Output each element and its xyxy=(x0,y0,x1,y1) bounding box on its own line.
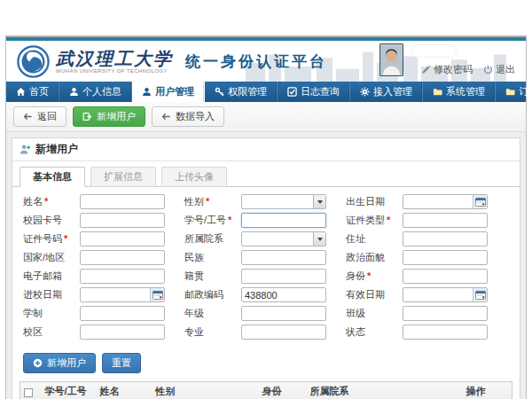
field-email-label: 电子邮箱 xyxy=(23,270,80,283)
political-status-input[interactable] xyxy=(403,250,488,265)
gender-dropdown-button[interactable] xyxy=(313,195,325,208)
checkbox-cell xyxy=(20,382,42,399)
tab-upload-avatar[interactable]: 上传头像 xyxy=(161,167,227,187)
col-name: 姓名 xyxy=(97,382,153,399)
university-name-cn: 武汉理工大学 xyxy=(56,50,173,67)
field-student-staff-id-label: 学号/工号* xyxy=(184,214,241,227)
nav-tab-home[interactable]: 首页 xyxy=(6,82,59,102)
campus-input[interactable] xyxy=(80,325,165,340)
col-gender: 性别 xyxy=(153,382,259,399)
field-birth-date-label: 出生日期 xyxy=(346,195,403,208)
change-password-link[interactable]: 修改密码 xyxy=(421,63,473,76)
field-country-region-label: 国家/地区 xyxy=(23,251,80,264)
field-id-type-label: 证件类型* xyxy=(346,214,403,227)
col-operations: 操作 xyxy=(463,382,512,399)
field-department-label: 所属院系 xyxy=(184,232,241,246)
id-number-input[interactable] xyxy=(80,231,165,246)
submit-add-user-button[interactable]: 新增用户 xyxy=(23,353,96,373)
field-valid-date: 有效日期 xyxy=(346,287,488,302)
field-name: 姓名* xyxy=(23,194,165,209)
name-input[interactable] xyxy=(80,194,165,209)
nav-tab-log-query[interactable]: 日志查询 xyxy=(278,82,350,102)
field-campus: 校区 xyxy=(23,325,165,340)
data-import-button[interactable]: 数据导入 xyxy=(152,106,224,127)
education-length-input[interactable] xyxy=(80,306,165,321)
identity-input[interactable] xyxy=(403,269,488,284)
status-input[interactable] xyxy=(403,325,488,340)
person-plus-icon xyxy=(20,144,31,155)
logout-link[interactable]: 退出 xyxy=(483,63,515,76)
field-email: 电子邮箱 xyxy=(23,269,165,284)
add-user-panel: 新增用户 基本信息 扩展信息 上传头像 姓名* 性别* 出生日期 xyxy=(12,137,520,399)
nav-tab-personal-info[interactable]: 个人信息 xyxy=(59,82,132,102)
grade-input[interactable] xyxy=(241,306,326,321)
student-staff-id-input[interactable] xyxy=(241,213,326,228)
field-address: 住址 xyxy=(346,231,488,246)
field-id-number-label: 证件号码* xyxy=(23,232,80,246)
field-valid-date-label: 有效日期 xyxy=(346,288,403,301)
chevron-down-icon xyxy=(317,200,323,204)
tab-extended-info[interactable]: 扩展信息 xyxy=(90,167,156,187)
folder-icon xyxy=(505,87,515,97)
field-identity: 身份* xyxy=(346,269,488,284)
nav-tab-user-management[interactable]: 用户管理 xyxy=(132,82,205,102)
field-campus-label: 校区 xyxy=(23,325,80,339)
postal-code-input[interactable] xyxy=(241,287,326,302)
valid-date-calendar-button[interactable] xyxy=(473,288,487,301)
field-country-region: 国家/地区 xyxy=(23,250,165,265)
campus-card-no-input[interactable] xyxy=(80,213,165,228)
select-all-checkbox[interactable] xyxy=(24,388,33,397)
field-education-length-label: 学制 xyxy=(23,307,80,320)
required-asterisk: * xyxy=(64,233,67,244)
enrollment-date-calendar-button[interactable] xyxy=(150,288,164,301)
platform-title: 统一身份认证平台 xyxy=(185,51,327,72)
field-major: 专业 xyxy=(184,325,326,340)
university-logo xyxy=(17,45,50,78)
back-button[interactable]: 返回 xyxy=(13,106,66,127)
major-input[interactable] xyxy=(241,325,326,340)
calendar-icon xyxy=(475,290,486,300)
field-political-status: 政治面貌 xyxy=(346,250,488,265)
field-department: 所属院系 xyxy=(184,231,326,246)
content-area: 新增用户 基本信息 扩展信息 上传头像 姓名* 性别* 出生日期 xyxy=(6,132,526,399)
user-table-wrap: 学号/工号 姓名 性别 身份 所属院系 操作 xyxy=(20,381,512,399)
home-icon xyxy=(16,87,26,97)
field-campus-card-no: 校园卡号 xyxy=(23,213,165,228)
address-input[interactable] xyxy=(403,231,488,246)
toolbar: 返回 新增用户 数据导入 xyxy=(6,102,526,132)
department-dropdown-button[interactable] xyxy=(313,232,325,246)
ethnicity-input[interactable] xyxy=(241,250,326,265)
calendar-icon xyxy=(153,290,163,300)
field-gender: 性别* xyxy=(184,194,326,209)
tab-basic-info[interactable]: 基本信息 xyxy=(20,167,85,187)
native-place-input[interactable] xyxy=(241,269,326,284)
nav-tab-subscription-management[interactable]: 订阅管理 xyxy=(496,82,532,102)
reset-button[interactable]: 重置 xyxy=(102,353,141,373)
field-status-label: 状态 xyxy=(346,325,403,339)
gear-icon xyxy=(360,87,370,97)
nav-tab-permission-management[interactable]: 权限管理 xyxy=(205,82,278,102)
field-ethnicity: 民族 xyxy=(184,250,326,265)
university-name-en: WUHAN UNIVERSITY OF TECHNOLOGY xyxy=(56,68,173,74)
nav-tab-system-management[interactable]: 系统管理 xyxy=(423,82,496,102)
class-input[interactable] xyxy=(403,306,488,321)
field-grade-label: 年级 xyxy=(184,307,241,320)
field-postal-code: 邮政编码 xyxy=(184,287,326,302)
brand-block: 武汉理工大学 WUHAN UNIVERSITY OF TECHNOLOGY xyxy=(56,50,173,74)
avatar[interactable] xyxy=(379,43,403,76)
users-icon xyxy=(142,87,152,97)
section-title: 新增用户 xyxy=(35,142,78,157)
field-gender-label: 性别* xyxy=(184,195,241,208)
nav-tab-access-management[interactable]: 接入管理 xyxy=(350,82,423,102)
birth-date-calendar-button[interactable] xyxy=(473,195,487,208)
field-id-number: 证件号码* xyxy=(23,231,165,246)
id-type-input[interactable] xyxy=(403,213,488,228)
form-actions: 新增用户 重置 xyxy=(12,347,520,379)
add-user-toolbar-button[interactable]: 新增用户 xyxy=(73,106,145,127)
calendar-icon xyxy=(475,197,486,207)
country-region-input[interactable] xyxy=(80,250,165,265)
email-input[interactable] xyxy=(80,269,165,284)
chevron-down-icon xyxy=(317,238,323,241)
field-native-place-label: 籍贯 xyxy=(184,270,241,283)
key-icon xyxy=(215,87,224,97)
